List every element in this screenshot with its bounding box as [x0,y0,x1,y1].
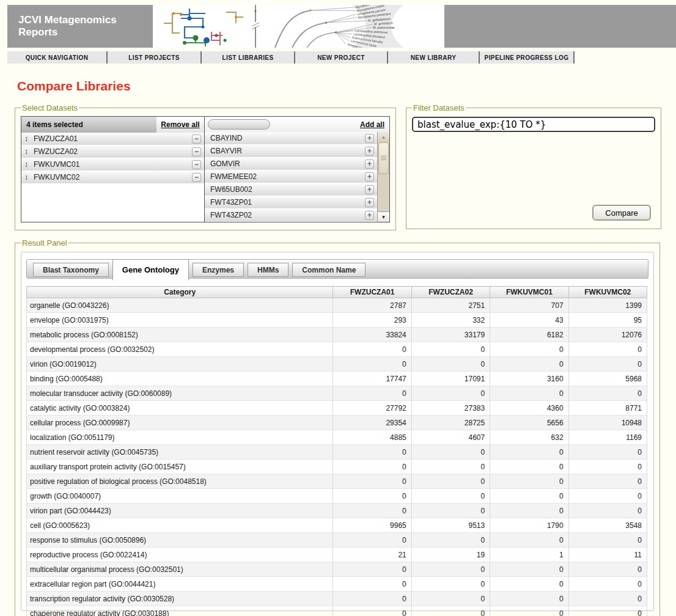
add-dataset-button[interactable]: + [365,160,374,169]
value-cell: 0 [411,592,490,606]
result-tabs: Blast TaxonomyGene OntologyEnzymesHMMsCo… [26,259,648,279]
remove-dataset-button[interactable]: − [192,160,201,169]
value-cell: 28725 [411,416,490,430]
value-cell: 0 [568,606,647,616]
value-cell: 0 [490,445,568,460]
dataset-label: FWT43ZP02 [210,211,365,219]
value-cell: 0 [568,386,647,401]
drag-handle-icon[interactable]: ↕ [24,147,34,156]
nav-item-new-project[interactable]: NEW PROJECT [295,51,388,64]
value-cell: 0 [333,386,411,401]
selected-dataset-row[interactable]: ↕FWZUCZA02− [21,145,204,158]
category-cell: catalytic activity (GO:0003824) [27,401,333,416]
value-cell: 0 [333,606,411,616]
value-cell: 17091 [411,372,490,386]
category-cell: auxiliary transport protein activity (GO… [27,460,333,474]
available-dataset-row[interactable]: FW65UB002+ [205,183,377,196]
selected-pane-header: 4 items selected Remove all [21,117,204,133]
available-dataset-row[interactable]: FWT43ZP01+ [205,196,377,209]
value-cell: 0 [411,562,490,577]
table-row: binding (GO:0005488)177471709131605968 [27,372,647,386]
available-dataset-row[interactable]: FWMEMEE02+ [205,170,377,183]
value-cell: 12076 [568,328,647,342]
value-cell: 43 [490,313,568,328]
remove-all-link[interactable]: Remove all [156,117,204,133]
select-datasets-legend: Select Datasets [21,103,79,112]
tab-hmms[interactable]: HMMs [248,263,288,277]
selected-dataset-row[interactable]: ↕FWZUCZA01− [21,133,204,145]
drag-handle-icon[interactable]: ↕ [24,134,34,143]
category-cell: positive regulation of biological proces… [27,474,333,489]
tab-gene-ontology[interactable]: Gene Ontology [112,259,189,280]
available-dataset-row[interactable]: CBAYIND+ [205,132,377,145]
tab-blast-taxonomy[interactable]: Blast Taxonomy [33,263,109,277]
app-title: JCVI Metagenomics Reports [7,5,153,48]
value-cell: 2787 [333,298,411,313]
scrollbar-down-button[interactable]: ▼ [378,211,389,222]
tab-enzymes[interactable]: Enzymes [193,263,244,277]
compare-button[interactable]: Compare [592,205,651,221]
add-dataset-button[interactable]: + [365,172,374,182]
column-header: FWKUVMC01 [490,287,568,298]
table-row: growth (GO:0040007)0000 [27,489,647,504]
tree-species-label: M. pneumoniae [373,26,395,29]
tab-common-name[interactable]: Common Name [292,263,366,277]
table-row: developmental process (GO:0032502)0000 [27,342,647,357]
table-row: virion (GO:0019012)0000 [27,357,647,372]
value-cell: 6182 [490,328,568,342]
table-row: cell (GO:0005623)9965951317903548 [27,518,647,533]
header-right-filler [444,5,676,48]
category-cell: nutrient reservoir activity (GO:0045735) [27,445,333,460]
nav-item-new-library[interactable]: NEW LIBRARY [388,51,480,64]
value-cell: 293 [333,313,411,328]
value-cell: 4885 [333,430,411,445]
category-cell: developmental process (GO:0032502) [27,342,333,357]
category-cell: localization (GO:0051179) [27,430,333,445]
scrollbar-track[interactable] [378,174,389,211]
value-cell: 632 [490,430,568,445]
available-filter-input[interactable] [208,119,270,130]
table-row: virion part (GO:0044423)0000 [27,504,647,518]
scrollbar-up-button[interactable]: ▲ [378,132,389,142]
dataset-label: FWZUCZA02 [34,147,192,156]
nav-item-pipeline-progress-log[interactable]: PIPELINE PROGRESS LOG [480,51,575,64]
value-cell: 0 [490,533,568,548]
available-dataset-row[interactable]: GOMVIR+ [205,158,377,170]
value-cell: 0 [490,606,568,616]
available-dataset-row[interactable]: FWT43ZP02+ [205,209,377,222]
remove-dataset-button[interactable]: − [192,173,201,182]
add-dataset-button[interactable]: + [365,185,374,194]
filter-query-input[interactable] [412,117,655,132]
table-row: organelle (GO:0043226)278727517071399 [27,298,647,313]
table-row: localization (GO:0051179)488546076321169 [27,430,647,445]
drag-handle-icon[interactable]: ↕ [24,173,34,182]
category-cell: response to stimulus (GO:0050896) [27,533,333,548]
available-dataset-row[interactable]: CBAYVIR+ [205,145,377,158]
drag-handle-icon[interactable]: ↕ [24,160,34,169]
value-cell: 1790 [490,518,568,533]
nav-item-list-libraries[interactable]: LIST LIBRARIES [202,51,295,64]
add-dataset-button[interactable]: + [365,134,374,143]
add-all-link[interactable]: Add all [360,120,384,129]
remove-dataset-button[interactable]: − [192,147,201,156]
selected-datasets-pane: 4 items selected Remove all ↕FWZUCZA01−↕… [21,117,205,222]
available-items-list: CBAYIND+CBAYVIR+GOMVIR+FWMEMEE02+FW65UB0… [205,132,377,222]
add-dataset-button[interactable]: + [365,147,374,156]
results-table: CategoryFWZUCZA01FWZUCZA02FWKUVMC01FWKUV… [26,286,647,616]
scrollbar-thumb[interactable] [378,142,389,174]
value-cell: 0 [333,489,411,504]
value-cell: 332 [411,313,490,328]
value-cell: 0 [568,474,647,489]
nav-item-list-projects[interactable]: LIST PROJECTS [108,51,202,64]
selected-dataset-row[interactable]: ↕FWKUVMC02− [21,171,204,184]
selected-dataset-row[interactable]: ↕FWKUVMC01− [21,158,204,171]
value-cell: 27792 [333,401,411,416]
nav-item-quick-navigation[interactable]: QUICK NAVIGATION [7,51,108,64]
dataset-label: FWMEMEE02 [210,172,365,181]
remove-dataset-button[interactable]: − [192,134,201,144]
add-dataset-button[interactable]: + [365,198,374,207]
add-dataset-button[interactable]: + [365,211,374,220]
dataset-label: GOMVIR [210,160,365,168]
category-cell: binding (GO:0005488) [27,372,333,386]
available-datasets-pane: Add all CBAYIND+CBAYVIR+GOMVIR+FWMEMEE02… [205,117,389,222]
